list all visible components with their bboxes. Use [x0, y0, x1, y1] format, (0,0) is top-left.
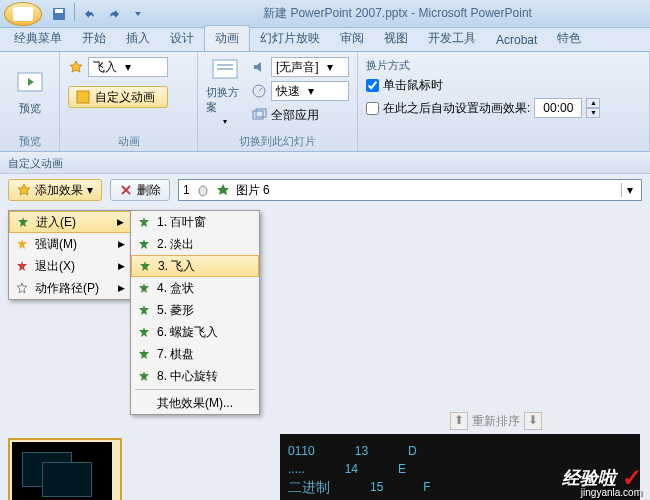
entrance-star-icon	[137, 347, 151, 361]
entrance-star-icon	[137, 369, 151, 383]
entrance-star-icon	[216, 183, 230, 197]
effect-box[interactable]: 4. 盒状	[131, 277, 259, 299]
time-up-button[interactable]: ▲	[586, 98, 600, 108]
undo-icon[interactable]	[79, 3, 101, 25]
menu-emphasis[interactable]: 强调(M) ▶	[9, 233, 131, 255]
apply-all-button[interactable]: 全部应用	[251, 104, 349, 126]
motion-star-icon	[15, 281, 29, 295]
tab-view[interactable]: 视图	[374, 26, 418, 51]
svg-marker-27	[139, 327, 149, 337]
reorder-label: 重新排序	[472, 413, 520, 430]
effect-flyin[interactable]: 3. 飞入	[131, 255, 259, 277]
entrance-star-icon	[137, 215, 151, 229]
tab-extra[interactable]: 特色	[547, 26, 591, 51]
svg-marker-4	[70, 61, 82, 72]
chevron-down-icon: ▾	[87, 183, 93, 197]
time-down-button[interactable]: ▼	[586, 108, 600, 118]
menu-motion[interactable]: 动作路径(P) ▶	[9, 277, 131, 299]
custom-animation-button[interactable]: 自定义动画	[68, 86, 168, 108]
sound-combo[interactable]: [无声音] ▾	[271, 57, 349, 77]
redo-icon[interactable]	[103, 3, 125, 25]
animation-combo[interactable]: 飞入 ▾	[88, 57, 168, 77]
tab-insert[interactable]: 插入	[116, 26, 160, 51]
animation-value: 飞入	[93, 59, 117, 76]
advance-method-label: 换片方式	[366, 58, 641, 73]
svg-marker-24	[140, 261, 150, 271]
svg-rect-1	[55, 9, 63, 13]
chevron-down-icon: ▾	[304, 84, 318, 98]
reorder-down-button[interactable]: ⬇	[524, 412, 542, 430]
svg-marker-25	[139, 283, 149, 293]
transition-scheme-button[interactable]: 切换方案 ▾	[206, 56, 243, 126]
effect-spiral[interactable]: 6. 螺旋飞入	[131, 321, 259, 343]
slide-thumbnail[interactable]: 2	[8, 438, 122, 500]
effect-diamond[interactable]: 5. 菱形	[131, 299, 259, 321]
svg-rect-12	[256, 109, 266, 117]
effect-spin[interactable]: 8. 中心旋转	[131, 365, 259, 387]
effect-label: 图片 6	[236, 182, 270, 199]
emphasis-star-icon	[15, 237, 29, 251]
time-input[interactable]	[534, 98, 582, 118]
delete-icon	[119, 183, 133, 197]
effect-list-item[interactable]: 1 图片 6 ▾	[178, 179, 642, 201]
effect-fade[interactable]: 2. 淡出	[131, 233, 259, 255]
qat-dropdown-icon[interactable]	[127, 3, 149, 25]
separator	[135, 389, 255, 390]
tab-developer[interactable]: 开发工具	[418, 26, 486, 51]
auto-after-checkbox[interactable]	[366, 102, 379, 115]
menu-entrance-label: 进入(E)	[36, 214, 76, 231]
speed-combo[interactable]: 快速 ▾	[271, 81, 349, 101]
preview-button[interactable]: 预览	[8, 56, 51, 126]
group-animation: 动画	[60, 134, 197, 149]
svg-marker-19	[17, 239, 27, 249]
auto-after-label: 在此之后自动设置动画效果:	[383, 100, 530, 117]
svg-marker-29	[139, 371, 149, 381]
tab-acrobat[interactable]: Acrobat	[486, 29, 547, 51]
svg-marker-26	[139, 305, 149, 315]
window-title: 新建 PowerPoint 2007.pptx - Microsoft Powe…	[149, 5, 646, 22]
apply-all-icon	[251, 107, 267, 123]
effect-num: 1	[183, 183, 190, 197]
save-icon[interactable]	[48, 3, 70, 25]
entrance-star-icon	[138, 259, 152, 273]
chevron-right-icon: ▶	[118, 261, 125, 271]
custom-anim-icon	[75, 89, 91, 105]
more-effects[interactable]: 其他效果(M)...	[131, 392, 259, 414]
sound-icon	[251, 59, 267, 75]
tab-design[interactable]: 设计	[160, 26, 204, 51]
on-click-checkbox[interactable]	[366, 79, 379, 92]
sound-value: [无声音]	[276, 59, 319, 76]
menu-entrance[interactable]: 进入(E) ▶	[9, 211, 131, 233]
effect-type-menu: 进入(E) ▶ 强调(M) ▶ 退出(X) ▶ 动作路径(P) ▶	[8, 210, 132, 300]
add-effect-button[interactable]: 添加效果 ▾	[8, 179, 102, 201]
menu-emphasis-label: 强调(M)	[35, 236, 77, 253]
svg-marker-23	[139, 239, 149, 249]
add-effect-label: 添加效果	[35, 182, 83, 199]
office-button[interactable]	[4, 2, 42, 26]
svg-marker-28	[139, 349, 149, 359]
svg-marker-21	[17, 283, 27, 293]
entrance-star-icon	[137, 303, 151, 317]
delete-label: 删除	[137, 182, 161, 199]
tab-review[interactable]: 审阅	[330, 26, 374, 51]
svg-rect-8	[217, 68, 233, 70]
tab-classic[interactable]: 经典菜单	[4, 26, 72, 51]
chevron-down-icon: ▾	[323, 60, 337, 74]
trans-scheme-label: 切换方案	[206, 85, 243, 115]
effect-blinds[interactable]: 1. 百叶窗	[131, 211, 259, 233]
chevron-down-icon[interactable]: ▾	[621, 183, 637, 197]
tab-home[interactable]: 开始	[72, 26, 116, 51]
reorder-up-button[interactable]: ⬆	[450, 412, 468, 430]
svg-point-16	[199, 186, 207, 196]
delete-button[interactable]: 删除	[110, 179, 170, 201]
separator	[74, 3, 75, 21]
tab-animation[interactable]: 动画	[204, 25, 250, 51]
animation-icon	[68, 59, 84, 75]
entrance-star-icon	[16, 215, 30, 229]
effect-checker[interactable]: 7. 棋盘	[131, 343, 259, 365]
svg-rect-5	[77, 91, 89, 103]
tab-slideshow[interactable]: 幻灯片放映	[250, 26, 330, 51]
menu-exit[interactable]: 退出(X) ▶	[9, 255, 131, 277]
entrance-star-icon	[137, 281, 151, 295]
group-transition: 切换到此幻灯片	[198, 134, 357, 149]
